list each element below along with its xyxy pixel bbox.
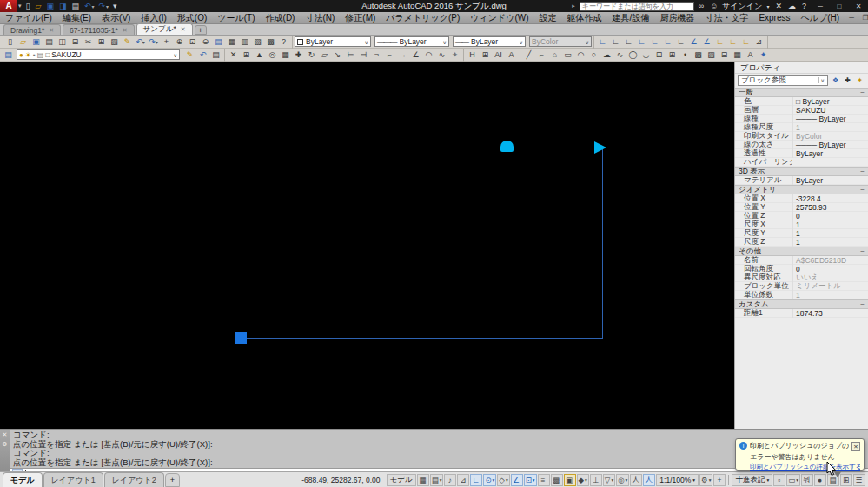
menu-insert[interactable]: 挿入(I) [136,12,171,24]
redo-icon[interactable]: ↷▾ [147,36,160,48]
ucs-named-icon[interactable]: ⊿ [752,36,765,48]
toggle-pickadd-icon[interactable]: ❖ [830,75,841,86]
property-row[interactable]: 距離1 1874.73 [735,309,868,318]
model-space-button[interactable]: モデル [387,474,416,486]
annotation-scale-button[interactable]: 1:1/100%▾ [656,474,699,486]
offset-icon[interactable]: ◎ [266,49,279,61]
layer-states-icon[interactable]: ▤ [209,49,222,61]
dim-style-icon[interactable]: H [466,49,479,61]
join-icon[interactable]: → [396,49,409,61]
new-layout-button[interactable]: + [165,473,180,487]
notification-close-icon[interactable]: ✕ [851,442,860,451]
maximize-button[interactable]: □ [830,1,849,12]
object-type-dropdown[interactable]: ブロック参照 ∨ [738,75,828,86]
fillet-icon[interactable]: ◠ [422,49,435,61]
tab-67-1711035[interactable]: 67-1711035-1* ✕ [63,24,135,35]
user-icon[interactable]: ☺ [708,2,719,10]
line-icon[interactable]: ╱ [522,49,535,61]
save-icon[interactable]: ▣ [30,36,43,48]
help-icon[interactable]: ? [800,2,808,10]
plot-preview-icon[interactable]: ◫ [56,36,69,48]
tab-close-icon[interactable]: ✕ [181,26,186,33]
isolate-objects-icon[interactable]: ⊞ [840,474,852,486]
qnew-icon[interactable]: ▯ [24,1,33,12]
ortho-icon[interactable]: ∟ [470,474,482,486]
transparency-icon[interactable]: ▩ [551,474,563,486]
table-icon[interactable]: ▦ [731,49,744,61]
menu-structure[interactable]: 躯体作成 [562,12,607,24]
publish-icon[interactable]: ⊟ [69,36,82,48]
ucs-world-icon[interactable]: ∟ [609,36,622,48]
layer-previous-icon[interactable]: ↶ [196,49,209,61]
quick-select-icon[interactable]: ✦ [854,75,865,86]
pan-icon[interactable]: + [160,36,173,48]
explode-icon[interactable]: ✦ [448,49,461,61]
collapse-icon[interactable]: − [860,89,865,96]
ucs-3point-icon[interactable]: ∠ [700,36,713,48]
layer-control-dropdown[interactable]: ● ☀ ▪ ▤ □ SAKUZU ∨ [17,49,180,60]
single-line-text-icon[interactable]: AI [492,49,505,61]
quick-properties-icon[interactable]: ▫ [773,474,785,486]
region-icon[interactable]: ⊟ [718,49,731,61]
ellipse-arc-icon[interactable]: ◡ [639,49,653,61]
chamfer-icon[interactable]: ∠ [409,49,422,61]
markup-set-manager-icon[interactable]: ▩ [264,36,277,48]
command-tools-icon[interactable]: ⚙ [2,441,7,448]
menu-express[interactable]: Express [753,12,795,24]
tool-palettes-icon[interactable]: ▥ [238,36,251,48]
properties-icon[interactable]: ▤ [212,36,225,48]
redo-icon[interactable]: ↷▾ [97,1,111,12]
open-icon[interactable]: ▱ [17,36,30,48]
dynamic-input-icon[interactable]: ⊿ [457,474,469,486]
qnew-icon[interactable]: ▯ [3,36,17,48]
ucs-previous-icon[interactable]: ∟ [622,36,635,48]
copy-clip-icon[interactable]: ⊞ [95,36,108,48]
graphics-performance-icon[interactable]: ● [814,474,826,486]
property-row[interactable]: マテリアル ByLayer [735,176,868,185]
mirror-icon[interactable]: ▲ [253,49,266,61]
doc-restore-button[interactable]: ❐ [858,13,868,23]
menu-file[interactable]: ファイル(F) [0,12,57,24]
snap-mode-icon[interactable]: ▤▾ [430,474,444,486]
selection-filtering-icon[interactable]: ▽▾ [603,474,615,486]
gradient-icon[interactable]: ▨ [705,49,718,61]
array-icon[interactable]: ▦ [279,49,292,61]
layout1-tab[interactable]: レイアウト1 [43,472,103,487]
layout2-tab[interactable]: レイアウト2 [104,472,164,487]
make-block-icon[interactable]: ⊞ [666,49,679,61]
save-as-icon[interactable]: ◨ [57,1,70,12]
scale-icon[interactable]: ▱ [318,49,331,61]
doc-minimize-button[interactable]: ─ [845,13,858,23]
ucs-icon[interactable]: ∟ [596,36,609,48]
isometric-drafting-icon[interactable]: ◇▾ [497,474,509,486]
grip-base-point[interactable] [235,332,247,344]
annotation-autoscale-icon[interactable]: 人 [643,474,655,486]
menu-dim-text[interactable]: 寸法・文字 [699,12,753,24]
ucs-y-icon[interactable]: ∟ [726,36,739,48]
grip-arrow-top-right[interactable] [594,141,606,154]
menu-edit[interactable]: 編集(E) [57,12,96,24]
insert-block-icon[interactable]: ⊡ [653,49,666,61]
tab-close-icon[interactable]: ✕ [123,27,128,34]
property-row[interactable]: 単位係数 1 [735,291,868,299]
autocad-logo[interactable]: A [0,0,17,12]
plot-icon[interactable]: ▤ [43,36,56,48]
menu-dimension[interactable]: 寸法(N) [300,12,340,24]
menu-tools[interactable]: ツール(T) [212,12,260,24]
cut-icon[interactable]: ✂ [82,36,95,48]
sign-in-button[interactable]: サインイン [722,1,762,12]
annotation-visibility-icon[interactable]: 人 [630,474,642,486]
menu-draw[interactable]: 作成(D) [261,12,301,24]
erase-icon[interactable]: ✕ [227,49,240,61]
collapse-icon[interactable]: − [860,247,865,255]
make-layer-current-icon[interactable]: ✎ [183,49,196,61]
stretch-icon[interactable]: ↘ [331,49,344,61]
layer-properties-manager-icon[interactable]: ▤ [2,49,15,61]
menu-format[interactable]: 形式(O) [172,12,212,24]
ucs-zaxis-icon[interactable]: ∠ [687,36,700,48]
menu-kitchen[interactable]: 厨房機器 [654,12,699,24]
ucs-face-icon[interactable]: ∟ [635,36,648,48]
ellipse-icon[interactable]: ◯ [626,49,639,61]
open-icon[interactable]: ▱ [33,1,43,12]
table-style-icon[interactable]: ⊞ [479,49,492,61]
